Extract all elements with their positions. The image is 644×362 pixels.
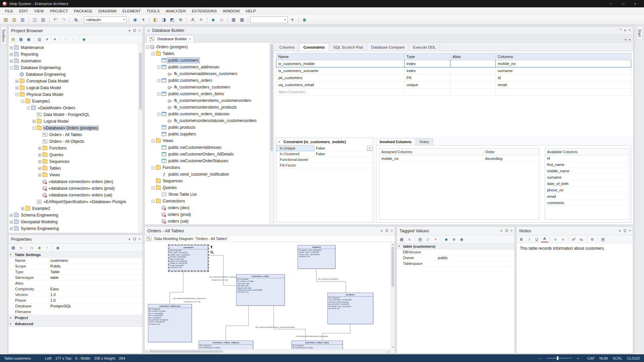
tagged-values-group[interactable]: ▾ table (customers) [397, 243, 515, 249]
line-style-icon[interactable]: ◇ [218, 16, 225, 23]
lock-element-icon[interactable]: ◆ [36, 244, 43, 251]
expand-icon[interactable]: + [38, 154, 41, 157]
collapse-icon[interactable]: - [157, 93, 160, 96]
property-row-database[interactable]: DatabasePostgreSQL [8, 303, 143, 309]
tree-item-orders-all-objects[interactable]: Orders - All Objects [8, 138, 143, 145]
move-up-icon[interactable]: ↑ [62, 36, 69, 42]
perspective-combo[interactable]: <default>▾ [84, 16, 127, 23]
tree-item-eareportspecification-database-postgre[interactable]: «EAReportSpecification» «Database» Postg… [8, 198, 143, 205]
property-row-alias[interactable]: Alias [8, 281, 143, 286]
expand-icon[interactable]: + [10, 221, 13, 224]
diagram-table-products[interactable]: productsPK id: bigserialshort_descriptio… [327, 293, 373, 324]
tree-item-fk-customersaddresses-customers[interactable]: fk_customersaddresses_customers [145, 70, 274, 77]
collaborate-icon[interactable]: ◫ [31, 16, 39, 23]
toolbox-tab[interactable]: Toolbox [1, 26, 7, 45]
collapse-icon[interactable]: - [152, 166, 155, 169]
tree-item-fk-customersordersitems-products[interactable]: fk_customersordersitems_products [145, 104, 274, 111]
bullet-list-icon[interactable]: ≡ [552, 236, 559, 242]
tree-item-connections[interactable]: -Connections [145, 198, 274, 204]
edit-tag-icon[interactable]: ◇ [424, 236, 431, 242]
menu-project[interactable]: PROJECT [47, 7, 71, 14]
column-header-name[interactable]: Name [276, 53, 405, 60]
available-column-phone-no[interactable]: phone_no [545, 187, 629, 193]
numbered-list-icon[interactable]: ≡ [559, 236, 567, 242]
new-document-icon[interactable]: ▤ [2, 16, 10, 23]
tab-database-compare[interactable]: Database Compare [367, 43, 409, 51]
tree-item-orders-dev[interactable]: orders (dev) [145, 204, 274, 211]
available-column-first-name[interactable]: first_name [545, 162, 629, 168]
pointer-tool-icon[interactable] [210, 245, 213, 249]
property-row-filename[interactable]: Filename [8, 309, 143, 315]
tree-item-database-orders-postgres[interactable]: -«Database» Orders (postgres) [8, 125, 143, 131]
tree-item-public-vwcustomeraddresses[interactable]: public.vwCustomerAddresses [145, 144, 274, 151]
available-column-id[interactable]: id [545, 155, 629, 162]
tree-item-data-model-postgresql[interactable]: Data Model - PostgreSQL [8, 111, 143, 118]
tree-item-views[interactable]: +Views [8, 172, 143, 178]
status-toggle-num[interactable]: NUM [599, 356, 608, 360]
paint-icon[interactable]: ◆ [443, 236, 450, 242]
move-down-icon[interactable]: ↓ [70, 36, 77, 42]
collapse-icon[interactable]: - [152, 200, 155, 203]
available-column-date-of-birth[interactable]: date_of_birth [545, 181, 629, 187]
tree-item-functions[interactable]: -Functions [145, 164, 274, 171]
collapse-icon[interactable]: - [157, 66, 160, 69]
menu-diagram[interactable]: DIAGRAM [95, 7, 119, 14]
panel-close-icon[interactable]: × [391, 229, 393, 233]
start-tab[interactable]: Start [637, 26, 643, 40]
expand-icon[interactable]: + [10, 46, 13, 49]
diagram-table-customers-addresses[interactable]: customers_addressesPK id: bigserialFK cu… [148, 304, 192, 342]
tab-involved-columns[interactable]: Involved Columns [376, 138, 415, 145]
constraint-row-uq-customers-email[interactable]: uq_customers_emailuniqueemail [276, 81, 631, 88]
link-tag-icon[interactable]: ⊕ [450, 236, 458, 242]
tree-item-sequences[interactable]: Sequences [145, 178, 274, 184]
tree-item-public-send-customer-notification[interactable]: ƒpublic.send_customer_notification [145, 171, 274, 178]
expand-icon[interactable]: + [38, 160, 41, 163]
new-package-icon[interactable]: ◧ [152, 16, 159, 23]
status-toggle-scrl[interactable]: SCRL [612, 356, 622, 360]
expand-icon[interactable]: + [38, 174, 41, 177]
expand-icon[interactable]: + [33, 120, 36, 123]
tagged-value-dbversion[interactable]: DBVersion [397, 249, 515, 255]
diagram-table-customers-orders-items[interactable]: customers_orders_itemsPK id: bigserialFK… [291, 341, 343, 349]
document-generation-icon[interactable]: ▥ [36, 36, 43, 42]
collapse-icon[interactable]: - [152, 139, 155, 142]
scroll-tabs-left-icon[interactable]: ◂ [625, 38, 626, 41]
tree-item-tables[interactable]: +Tables [8, 165, 143, 172]
expand-icon[interactable]: + [15, 86, 18, 89]
constraint-property-functional-based[interactable]: Functional-based [276, 157, 373, 163]
collapse-icon[interactable]: - [157, 113, 160, 116]
menu-edit[interactable]: EDIT [16, 7, 31, 14]
property-group-table-settings[interactable]: ▾Table Settings [8, 252, 143, 258]
sort-icon[interactable]: ≡ [406, 236, 413, 242]
tree-item-public-products[interactable]: public.products [145, 124, 274, 131]
expand-icon[interactable]: + [10, 214, 13, 217]
expand-icon[interactable]: + [38, 167, 41, 170]
expand-icon[interactable]: + [10, 60, 13, 63]
collapse-icon[interactable]: - [21, 100, 24, 103]
print-icon[interactable]: ▨ [39, 16, 47, 23]
alphabetical-view-icon[interactable]: ≡ [17, 244, 24, 251]
available-column-comments[interactable]: comments [545, 200, 629, 206]
text-style-icon[interactable]: A [189, 16, 197, 23]
menu-tools[interactable]: TOOLS [144, 7, 163, 14]
tree-item-views[interactable]: -Views [145, 137, 274, 144]
help-icon[interactable]: ◉ [301, 16, 308, 23]
zoom-slider-thumb[interactable] [557, 356, 558, 360]
panel-menu-icon[interactable]: ▾ [381, 229, 382, 233]
tree-item-conceptual-data-model[interactable]: +Conceptual Data Model [8, 78, 143, 84]
undo-icon[interactable]: ↶ [51, 16, 59, 23]
panel-close-icon[interactable]: × [139, 29, 141, 33]
tab-constraints[interactable]: Constraints [299, 43, 329, 51]
tree-item-public-customers-orders[interactable]: -public.customers_orders [145, 77, 274, 84]
notes-icon[interactable]: ≡ [197, 16, 205, 23]
tree-item-database-connection-orders-prod[interactable]: «database connection» orders (prod) [8, 185, 143, 192]
tree-item-public-customers-orders-items[interactable]: -public.customers_orders_items [145, 90, 274, 97]
save-icon[interactable]: ▥ [19, 16, 26, 23]
diagram-table-suppliers[interactable]: suppliersPK supplier_code: varchar(20)su… [298, 245, 335, 269]
pin-icon[interactable] [133, 238, 136, 241]
tree-item-automation[interactable]: +Automation [8, 58, 143, 64]
tree-item-reporting[interactable]: +Reporting [8, 51, 143, 58]
tree-item-queries[interactable]: +Queries [8, 152, 143, 158]
property-row-version[interactable]: Version1.0 [8, 292, 143, 298]
expand-icon[interactable]: + [21, 207, 24, 210]
